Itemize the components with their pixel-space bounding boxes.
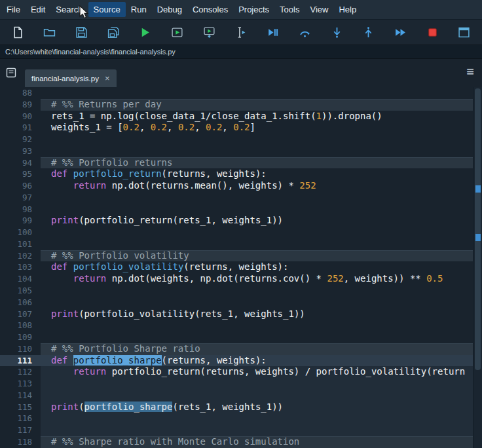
save-icon[interactable] — [71, 23, 91, 41]
code-line-105[interactable]: 105 — [0, 285, 473, 297]
toolbar — [0, 19, 482, 45]
code-line-94[interactable]: 94# %% Portfolio returns — [0, 157, 473, 169]
code-line-104[interactable]: 104 return np.dot(weights, np.dot(return… — [0, 273, 473, 285]
code-content — [41, 227, 473, 238]
code-content: return portfolio_return(returns, weights… — [41, 366, 473, 378]
code-line-113[interactable]: 113 — [0, 378, 473, 390]
run-selection-icon[interactable] — [231, 23, 251, 41]
code-line-114[interactable]: 114 — [0, 390, 473, 401]
menu-item-help[interactable]: Help — [333, 2, 362, 17]
code-content — [41, 320, 473, 331]
line-number: 110 — [0, 343, 41, 355]
code-content — [41, 297, 473, 308]
step-out-icon[interactable] — [359, 23, 379, 41]
code-content: # %% Sharpe ratio with Monte Carlo simul… — [41, 436, 473, 448]
code-line-106[interactable]: 106 — [0, 297, 473, 308]
line-number: 113 — [0, 378, 41, 390]
code-line-93[interactable]: 93 — [0, 145, 473, 157]
line-number: 93 — [0, 145, 41, 157]
step-into-icon[interactable] — [327, 23, 346, 41]
debug-file-icon[interactable] — [263, 23, 283, 41]
menu-item-source[interactable]: Source — [88, 2, 126, 17]
code-content: weights_1 = [0.2, 0.2, 0.2, 0.2, 0.2] — [41, 122, 473, 134]
browse-tabs-icon[interactable] — [5, 67, 18, 80]
code-line-97[interactable]: 97 — [0, 192, 473, 204]
menu-item-search[interactable]: Search — [50, 2, 88, 17]
menu-item-file[interactable]: File — [1, 2, 26, 17]
menu-item-debug[interactable]: Debug — [152, 2, 187, 17]
line-number: 105 — [0, 285, 41, 297]
spyder-window: FileEditSearchSourceRunDebugConsolesProj… — [0, 0, 482, 448]
code-line-91[interactable]: 91weights_1 = [0.2, 0.2, 0.2, 0.2, 0.2] — [0, 122, 473, 134]
scrollbar-thumb[interactable] — [475, 88, 481, 370]
maximize-pane-icon[interactable] — [454, 23, 474, 41]
code-content: # %% Portfolio Sharpe ratio — [41, 343, 473, 355]
line-number: 97 — [0, 192, 41, 204]
menu-item-run[interactable]: Run — [126, 2, 152, 17]
code-content — [41, 238, 473, 250]
code-line-95[interactable]: 95def portfolio_return(returns, weights)… — [0, 168, 473, 180]
line-number: 115 — [0, 401, 41, 413]
line-number: 100 — [0, 227, 41, 238]
occurrence-marker — [475, 234, 481, 241]
line-number: 117 — [0, 424, 41, 436]
options-menu-icon[interactable]: ≡ — [466, 64, 474, 79]
code-line-116[interactable]: 116 — [0, 413, 473, 424]
line-number: 103 — [0, 261, 41, 273]
tab-financial-analysis[interactable]: financial-analysis.py × — [25, 69, 117, 87]
code-content — [41, 87, 473, 99]
code-line-108[interactable]: 108 — [0, 320, 473, 331]
menu-item-tools[interactable]: Tools — [274, 2, 305, 17]
stop-icon[interactable] — [422, 23, 442, 41]
code-line-111[interactable]: 111def portfolio_sharpe(returns, weights… — [0, 355, 473, 367]
menu-item-edit[interactable]: Edit — [26, 2, 50, 17]
code-line-92[interactable]: 92 — [0, 134, 473, 145]
code-line-90[interactable]: 90rets_1 = np.log(close_data_1/close_dat… — [0, 111, 473, 122]
line-number: 91 — [0, 122, 41, 134]
code-line-107[interactable]: 107print(portfolio_volatility(rets_1, we… — [0, 308, 473, 320]
menu-item-view[interactable]: View — [305, 2, 333, 17]
code-line-102[interactable]: 102# %% Portfolio volatility — [0, 250, 473, 262]
continue-icon[interactable] — [390, 23, 410, 41]
code-line-110[interactable]: 110# %% Portfolio Sharpe ratio — [0, 343, 473, 355]
line-number: 102 — [0, 250, 41, 262]
step-over-icon[interactable] — [295, 23, 314, 41]
run-cell-icon[interactable] — [168, 23, 187, 41]
menu-item-projects[interactable]: Projects — [233, 2, 274, 17]
code-content: rets_1 = np.log(close_data_1/close_data_… — [41, 111, 473, 122]
new-file-icon[interactable] — [8, 23, 28, 41]
code-content: # %% Portfolio volatility — [41, 250, 473, 262]
editor-scrollbar[interactable] — [473, 87, 482, 448]
code-content: def portfolio_sharpe(returns, weights): — [41, 355, 473, 367]
code-line-115[interactable]: 115print(portfolio_sharpe(rets_1, weight… — [0, 401, 473, 413]
code-line-96[interactable]: 96 return np.dot(returns.mean(), weights… — [0, 180, 473, 192]
code-content — [41, 331, 473, 343]
code-line-98[interactable]: 98 — [0, 204, 473, 215]
code-content — [41, 134, 473, 145]
code-content — [41, 378, 473, 390]
code-line-89[interactable]: 89# %% Returns per day — [0, 99, 473, 111]
tab-close-icon[interactable]: × — [105, 74, 110, 83]
save-all-icon[interactable] — [103, 23, 123, 41]
tab-label: financial-analysis.py — [31, 75, 99, 83]
run-cell-advance-icon[interactable] — [199, 23, 219, 41]
menu-item-consoles[interactable]: Consoles — [187, 2, 233, 17]
code-line-88[interactable]: 88 — [0, 87, 473, 99]
code-line-99[interactable]: 99print(portfolio_return(rets_1, weights… — [0, 215, 473, 227]
run-file-icon[interactable] — [136, 23, 155, 41]
open-file-icon[interactable] — [40, 23, 60, 41]
code-line-109[interactable]: 109 — [0, 331, 473, 343]
code-line-100[interactable]: 100 — [0, 227, 473, 238]
line-number: 109 — [0, 331, 41, 343]
code-line-112[interactable]: 112 return portfolio_return(returns, wei… — [0, 366, 473, 378]
code-line-118[interactable]: 118# %% Sharpe ratio with Monte Carlo si… — [0, 436, 473, 448]
line-number: 90 — [0, 111, 41, 122]
line-number: 107 — [0, 308, 41, 320]
code-line-101[interactable]: 101 — [0, 238, 473, 250]
line-number: 114 — [0, 390, 41, 401]
line-number: 95 — [0, 168, 41, 180]
line-number: 106 — [0, 297, 41, 308]
code-line-103[interactable]: 103def portfolio_volatility(returns, wei… — [0, 261, 473, 273]
code-line-117[interactable]: 117 — [0, 424, 473, 436]
code-content: return np.dot(weights, np.dot(returns.co… — [41, 273, 473, 285]
